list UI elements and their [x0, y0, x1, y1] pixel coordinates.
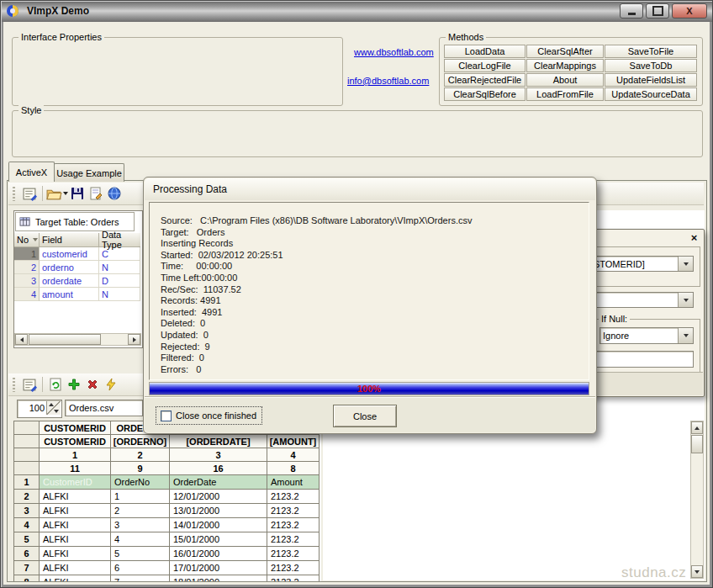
- clear-mappings-button[interactable]: ClearMappings: [526, 59, 604, 72]
- save-icon[interactable]: [68, 184, 87, 203]
- cell[interactable]: 2: [111, 504, 170, 518]
- cell[interactable]: OrderNo: [111, 475, 170, 490]
- table-row[interactable]: 7 ALFKI 6 17/01/2000 2123.2: [14, 561, 321, 575]
- column-header-no[interactable]: No: [14, 233, 40, 247]
- clear-log-file-button[interactable]: ClearLogFile: [444, 59, 526, 72]
- tab-usage-example[interactable]: Usage Example: [54, 163, 124, 182]
- close-button[interactable]: X: [672, 3, 707, 19]
- clear-sql-after-button[interactable]: ClearSqlAfter: [526, 45, 604, 58]
- cell[interactable]: CustomerID: [40, 475, 111, 490]
- field-name-cell[interactable]: amount: [40, 288, 99, 301]
- data-type-cell[interactable]: N: [99, 261, 140, 274]
- cell[interactable]: 7: [111, 575, 170, 581]
- cell[interactable]: 17/01/2000: [170, 561, 267, 575]
- column-header-data-type[interactable]: Data Type: [99, 233, 140, 247]
- globe-icon[interactable]: [105, 184, 124, 203]
- combo-drop-button[interactable]: [678, 257, 693, 271]
- close-once-finished-checkbox[interactable]: Close once finished: [156, 406, 262, 425]
- cell[interactable]: 4: [111, 532, 170, 547]
- cell[interactable]: ALFKI: [40, 575, 111, 581]
- field-row[interactable]: 3 orderdate D: [14, 274, 142, 288]
- cell[interactable]: 2123.2: [267, 547, 320, 561]
- table-row[interactable]: 6 ALFKI 5 16/01/2000 2123.2: [14, 547, 321, 561]
- delete-icon[interactable]: [83, 375, 102, 394]
- table-row[interactable]: 2 ALFKI 1 12/01/2000 2123.2: [14, 490, 321, 504]
- combo-drop-button[interactable]: [678, 328, 693, 343]
- minimize-button[interactable]: [620, 3, 643, 19]
- cell[interactable]: 2123.2: [267, 518, 320, 532]
- source-file-field[interactable]: Orders.csv: [65, 400, 143, 416]
- cell[interactable]: 5: [111, 547, 170, 561]
- cell[interactable]: ALFKI: [40, 532, 111, 547]
- properties-icon[interactable]: [20, 184, 39, 203]
- scroll-down-button[interactable]: [691, 565, 703, 578]
- scroll-left-button[interactable]: [15, 334, 28, 345]
- cell[interactable]: 2123.2: [267, 504, 320, 518]
- table-row[interactable]: 1 CustomerID OrderNo OrderDate Amount: [14, 475, 321, 490]
- update-source-data-button[interactable]: UpdateSourceData: [605, 87, 697, 101]
- save-to-file-button[interactable]: SaveToFile: [605, 45, 697, 58]
- cell[interactable]: 6: [111, 561, 170, 575]
- maximize-button[interactable]: [646, 3, 669, 19]
- update-fields-list-button[interactable]: UpdateFieldsList: [605, 73, 697, 87]
- refresh-icon[interactable]: [46, 375, 65, 394]
- column-header-field[interactable]: Field: [40, 233, 99, 247]
- email-link[interactable]: info@dbsoftlab.com: [347, 76, 429, 86]
- tab-activex[interactable]: ActiveX: [8, 162, 55, 182]
- popup-close-icon[interactable]: ×: [689, 232, 700, 243]
- cell[interactable]: 2123.2: [267, 575, 320, 581]
- field-row[interactable]: 4 amount N: [14, 288, 142, 301]
- properties-icon[interactable]: [20, 375, 39, 394]
- open-folder-icon[interactable]: [46, 184, 68, 203]
- table-row[interactable]: 5 ALFKI 4 15/01/2000 2123.2: [14, 532, 321, 547]
- scroll-right-button[interactable]: [128, 334, 140, 345]
- cell[interactable]: ALFKI: [40, 561, 111, 575]
- load-from-file-button[interactable]: LoadFromFile: [526, 87, 604, 101]
- cell[interactable]: 14/01/2000: [170, 518, 267, 532]
- cell[interactable]: 13/01/2000: [170, 504, 267, 518]
- save-to-db-button[interactable]: SaveToDb: [605, 59, 697, 72]
- cell[interactable]: 1: [111, 490, 170, 504]
- spin-buttons[interactable]: [46, 401, 61, 415]
- cell[interactable]: 2123.2: [267, 490, 320, 504]
- scrollbar-thumb[interactable]: [691, 435, 703, 453]
- field-row[interactable]: 1 customerid C: [14, 247, 142, 261]
- field-name-cell[interactable]: orderdate: [40, 274, 99, 288]
- load-data-button[interactable]: LoadData: [444, 45, 526, 58]
- scrollbar-thumb[interactable]: [29, 334, 101, 345]
- cell[interactable]: Amount: [267, 475, 320, 490]
- table-row[interactable]: 3 ALFKI 2 13/01/2000 2123.2: [14, 504, 321, 518]
- cell[interactable]: OrderDate: [170, 475, 267, 490]
- dialog-close-button[interactable]: Close: [333, 405, 397, 427]
- row-count-stepper[interactable]: 100: [17, 400, 62, 418]
- data-type-cell[interactable]: D: [99, 274, 140, 288]
- website-link[interactable]: www.dbsoftlab.com: [354, 47, 434, 57]
- field-row[interactable]: 2 orderno N: [14, 261, 142, 274]
- table-row[interactable]: 4 ALFKI 3 14/01/2000 2123.2: [14, 518, 321, 532]
- cell[interactable]: 16/01/2000: [170, 547, 267, 561]
- toolbar-grip[interactable]: [13, 187, 15, 201]
- cell[interactable]: 15/01/2000: [170, 532, 267, 547]
- toolbar-grip[interactable]: [13, 378, 15, 392]
- add-icon[interactable]: [65, 375, 83, 394]
- cell[interactable]: ALFKI: [40, 490, 111, 504]
- target-table-tab[interactable]: Target Table: Orders: [15, 212, 135, 231]
- if-null-combo[interactable]: Ignore: [599, 327, 694, 344]
- data-type-cell[interactable]: C: [99, 247, 140, 261]
- cell[interactable]: ALFKI: [40, 504, 111, 518]
- field-name-cell[interactable]: customerid: [40, 247, 99, 261]
- cell[interactable]: 12/01/2000: [170, 490, 267, 504]
- cell[interactable]: ALFKI: [40, 547, 111, 561]
- cell[interactable]: 2123.2: [267, 532, 320, 547]
- field-name-cell[interactable]: orderno: [40, 261, 99, 274]
- edit-icon[interactable]: [87, 184, 105, 203]
- clear-sql-before-button[interactable]: ClearSqlBefore: [444, 87, 526, 101]
- clear-rejected-file-button[interactable]: ClearRejectedFile: [444, 73, 526, 87]
- vertical-scrollbar[interactable]: [690, 421, 704, 579]
- scroll-up-button[interactable]: [691, 421, 703, 434]
- horizontal-scrollbar[interactable]: [14, 333, 141, 346]
- about-button[interactable]: About: [526, 73, 604, 87]
- cell[interactable]: 2123.2: [267, 561, 320, 575]
- data-type-cell[interactable]: N: [99, 288, 140, 301]
- cell[interactable]: ALFKI: [40, 518, 111, 532]
